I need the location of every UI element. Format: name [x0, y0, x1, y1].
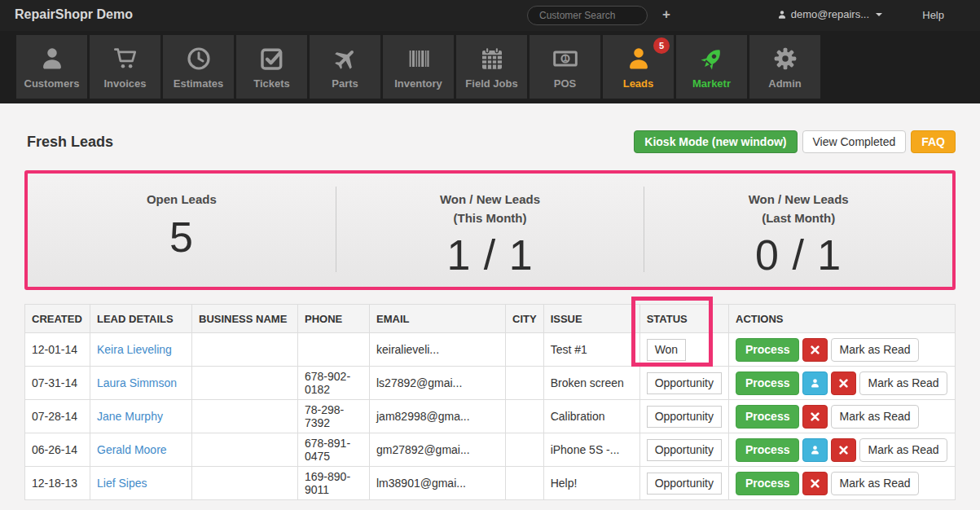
cell-phone: 78-298-7392: [298, 400, 370, 433]
cell-phone: 678-891-0475: [298, 433, 370, 467]
lead-name-link[interactable]: Laura Simmson: [97, 376, 177, 389]
nav-item-label: Tickets: [253, 78, 290, 89]
nav-item-estimates[interactable]: Estimates: [163, 35, 234, 99]
cell-status: Won: [639, 333, 728, 367]
nav-item-customers[interactable]: Customers: [16, 35, 87, 99]
action-buttons: ProcessMark as Read: [736, 405, 948, 429]
cell-city: [506, 333, 544, 367]
cell-lead-details: Keira Lieveling: [90, 333, 192, 367]
delete-button[interactable]: [831, 438, 856, 462]
barcode-icon: [406, 45, 432, 73]
lead-name-link[interactable]: Lief Sipes: [97, 477, 147, 490]
check-square-icon: [259, 45, 285, 73]
nav-item-marketr[interactable]: Marketr: [676, 35, 747, 99]
cell-status: Opportunity: [639, 367, 728, 400]
delete-button[interactable]: [802, 338, 828, 362]
mark-as-read-button[interactable]: Mark as Read: [859, 438, 947, 462]
nav-item-label: Inventory: [394, 78, 442, 89]
nav-item-admin[interactable]: Admin: [749, 35, 820, 99]
delete-button[interactable]: [802, 405, 828, 429]
nav-item-parts[interactable]: Parts: [310, 35, 380, 99]
table-row: 07-31-14 Laura Simmson 678-902-0182 ls27…: [25, 367, 956, 400]
mark-as-read-button[interactable]: Mark as Read: [831, 472, 918, 495]
user-icon: [777, 10, 787, 20]
table-row: 12-01-14 Keira Lieveling keiralieveli...…: [25, 333, 956, 367]
process-button[interactable]: Process: [736, 372, 799, 395]
status-select[interactable]: Opportunity: [647, 372, 722, 394]
process-button[interactable]: Process: [736, 405, 799, 429]
plane-icon: [332, 45, 358, 73]
stat-label: Won / New Leads(Last Month): [749, 191, 849, 227]
stat-label: Won / New Leads(This Month): [440, 191, 540, 227]
col-header-issue: ISSUE: [543, 305, 639, 333]
cell-city: [506, 433, 544, 467]
action-buttons: ProcessMark as Read: [736, 438, 948, 462]
top-bar: RepairShopr Demo + demo@repairs... Help: [0, 0, 980, 31]
leads-count-badge: 5: [653, 37, 670, 54]
nav-item-leads[interactable]: Leads 5: [603, 35, 674, 99]
table-row: 12-18-13 Lief Sipes 169-890-9011 lm38901…: [25, 467, 956, 500]
status-select[interactable]: Won: [647, 339, 687, 361]
process-button[interactable]: Process: [736, 438, 799, 462]
delete-button[interactable]: [802, 472, 828, 495]
cell-status: Opportunity: [639, 400, 728, 433]
nav-item-pos[interactable]: 1 POS: [530, 35, 600, 99]
stat-label: Open Leads: [147, 191, 217, 209]
col-header-actions: ACTIONS: [729, 305, 956, 333]
assign-person-button[interactable]: [802, 438, 828, 462]
nav-item-field-jobs[interactable]: Field Jobs: [456, 35, 527, 99]
cell-created: 07-28-14: [25, 400, 90, 433]
nav-item-label: Marketr: [692, 78, 731, 89]
lead-name-link[interactable]: Keira Lieveling: [97, 343, 172, 356]
cell-issue: iPhone 5S -...: [543, 433, 639, 467]
view-completed-button[interactable]: View Completed: [802, 130, 907, 153]
kiosk-mode-button[interactable]: Kiosk Mode (new window): [634, 130, 797, 153]
table-header-row: CREATEDLEAD DETAILSBUSINESS NAMEPHONEEMA…: [25, 305, 956, 333]
delete-button[interactable]: [831, 372, 856, 395]
cell-created: 07-31-14: [25, 367, 90, 400]
nav-item-tickets[interactable]: Tickets: [236, 35, 307, 99]
status-select[interactable]: Opportunity: [647, 473, 722, 495]
action-buttons: ProcessMark as Read: [736, 372, 948, 395]
mark-as-read-button[interactable]: Mark as Read: [859, 372, 947, 395]
col-header-email: EMAIL: [370, 305, 506, 333]
help-link[interactable]: Help: [922, 9, 944, 21]
cell-actions: ProcessMark as Read: [729, 367, 956, 400]
cell-phone: 169-890-9011: [298, 467, 370, 500]
page-title: Fresh Leads: [27, 134, 113, 151]
process-button[interactable]: Process: [736, 338, 799, 362]
quick-add-button[interactable]: +: [662, 7, 670, 23]
faq-button[interactable]: FAQ: [911, 130, 956, 153]
cell-actions: ProcessMark as Read: [729, 467, 956, 500]
col-header-business-name: BUSINESS NAME: [192, 305, 298, 333]
nav-item-inventory[interactable]: Inventory: [383, 35, 454, 99]
mark-as-read-button[interactable]: Mark as Read: [831, 338, 918, 362]
customer-search-input[interactable]: [527, 6, 648, 25]
col-header-phone: PHONE: [298, 305, 370, 333]
process-button[interactable]: Process: [736, 472, 799, 495]
gear-icon: [772, 45, 798, 73]
assign-person-button[interactable]: [802, 372, 828, 395]
leads-stats-panel: Open Leads 5 Won / New Leads(This Month)…: [24, 170, 956, 290]
nav-item-label: Invoices: [103, 78, 146, 89]
cell-city: [506, 467, 544, 500]
status-select[interactable]: Opportunity: [647, 406, 722, 428]
cell-created: 06-26-14: [25, 433, 90, 467]
stat-value: 1 / 1: [446, 231, 533, 279]
stat-value: 5: [169, 213, 194, 262]
nav-item-label: Admin: [768, 78, 801, 89]
mark-as-read-button[interactable]: Mark as Read: [831, 405, 918, 429]
chevron-down-icon: [876, 13, 882, 16]
cell-created: 12-01-14: [25, 333, 90, 367]
nav-item-invoices[interactable]: Invoices: [90, 35, 160, 99]
stat-value: 0 / 1: [755, 231, 842, 279]
cell-business-name: [192, 367, 298, 400]
user-menu[interactable]: demo@repairs...: [777, 8, 882, 20]
lead-name-link[interactable]: Gerald Moore: [97, 443, 167, 456]
status-select[interactable]: Opportunity: [647, 439, 722, 461]
cell-status: Opportunity: [639, 467, 728, 500]
person-icon: [39, 45, 65, 73]
nav-item-label: Parts: [332, 78, 358, 89]
lead-name-link[interactable]: Jane Murphy: [97, 410, 163, 423]
cell-business-name: [192, 400, 298, 433]
